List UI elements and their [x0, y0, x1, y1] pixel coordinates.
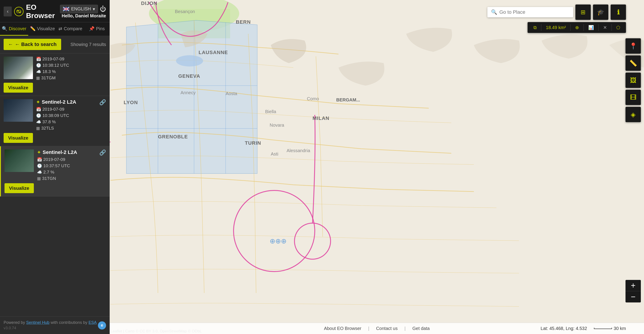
coordinates-bar: Lat: 45.468, Lng: 4.532 30 km [541, 323, 626, 334]
footer-credits: Powered by Sentinel Hub with contributio… [4, 320, 96, 325]
tab-visualize[interactable]: ✏️ Visualize [28, 22, 57, 36]
location-button[interactable]: 📍 [626, 38, 641, 54]
sentinel-hub-link[interactable]: Sentinel Hub [26, 320, 50, 325]
app-header: ‹ EO Browser [0, 0, 110, 22]
about-link[interactable]: About EO Browser [324, 326, 362, 331]
contact-link[interactable]: Contact us [376, 326, 398, 331]
sentinel-logo: e [98, 321, 106, 330]
language-label: ENGLISH [71, 6, 91, 11]
info-icon: ℹ [617, 8, 620, 16]
calendar-icon: 📅 [36, 107, 41, 112]
discover-icon: 🔍 [2, 26, 8, 31]
close-area-button[interactable]: ✕ [601, 24, 609, 31]
result-title: ✦ Sentinel-2 L2A [37, 150, 77, 155]
graduation-cap-icon: 🎓 [597, 9, 604, 16]
compare-icon: ⇄ [58, 26, 62, 31]
layers-button[interactable]: ⊞ [576, 4, 591, 20]
pins-icon: 📌 [89, 26, 94, 31]
result-date: 📅 2019-07-09 [37, 157, 106, 162]
crosshair-icon: ⊕ [575, 25, 579, 30]
back-to-search-button[interactable]: ← ← Back to search [4, 39, 61, 50]
esa-link[interactable]: ESA [88, 320, 96, 325]
timelapse-button[interactable]: 🎞 [626, 90, 641, 105]
cube-icon: ◈ [631, 111, 636, 118]
toolbar-divider [598, 24, 599, 31]
tab-discover[interactable]: 🔍 Discover [0, 22, 28, 36]
tab-compare[interactable]: ⇄ Compare [57, 22, 84, 36]
link-icon[interactable]: 🔗 [99, 99, 106, 106]
area-label: 18.49 km² [546, 25, 566, 30]
visualize-button[interactable]: Visualize [4, 183, 34, 193]
result-thumbnail [4, 150, 34, 172]
result-cloud: ☁️ 2.7 % [37, 170, 106, 175]
education-button[interactable]: 🎓 [593, 4, 608, 20]
top-toolbar: 🔍 ⊞ 🎓 ℹ [488, 4, 626, 20]
discover-label: Discover [9, 26, 26, 31]
calendar-icon: 📅 [37, 157, 42, 162]
toolbar-divider [584, 24, 584, 31]
clock-icon: 🕐 [36, 113, 41, 118]
language-button[interactable]: ENGLISH ▾ [60, 5, 98, 13]
back-button[interactable]: ‹ [4, 6, 12, 16]
result-date: 📅 2019-07-09 [36, 57, 106, 61]
image-icon: 🖼 [630, 77, 636, 84]
target-button[interactable]: ⊕ [573, 24, 581, 31]
compare-label: Compare [64, 26, 82, 31]
result-item: ✦ Sentinel-2 L2A 🔗 📅 2019-07-09 🕐 10:38:… [0, 96, 110, 146]
result-date: 📅 2019-07-09 [36, 107, 106, 112]
cloud-icon: ☁️ [36, 120, 41, 124]
result-thumbnail [4, 57, 33, 79]
link-icon[interactable]: 🔗 [99, 150, 106, 156]
chart-button[interactable]: 📊 [586, 24, 596, 31]
polygon-button[interactable]: ⬠ [614, 24, 622, 31]
tab-pins[interactable]: 📌 Pins [84, 22, 110, 36]
secondary-toolbar: ⧉ 18.49 km² ⊕ 📊 ✕ ⬠ [528, 22, 626, 33]
result-tile: ▦ 31TGM [36, 75, 106, 80]
toolbar-divider [570, 24, 571, 31]
3d-button[interactable]: ◈ [626, 107, 641, 122]
power-button[interactable]: ⏻ [100, 5, 106, 13]
satellite-icon: ✦ [36, 99, 40, 105]
back-arrow-icon: ← [8, 41, 13, 47]
result-time: 🕐 10:37:57 UTC [37, 164, 106, 168]
scale-label: 30 km [614, 326, 626, 331]
result-cloud: ☁️ 18.3 % [36, 69, 106, 74]
visualize-label: Visualize [37, 26, 55, 31]
result-tile: ▦ 31TGN [37, 176, 106, 181]
copy-area-button[interactable]: ⧉ [531, 24, 539, 31]
clock-icon: 🕐 [36, 63, 41, 68]
info-button[interactable]: ℹ [610, 4, 626, 20]
image-button[interactable]: 🖼 [626, 73, 641, 88]
result-cloud: ☁️ 37.8 % [36, 120, 106, 124]
toolbar-divider [541, 24, 541, 31]
result-tile: ▦ 32TLS [36, 126, 106, 131]
grid-icon: ▦ [36, 126, 40, 131]
grid-icon: ▦ [37, 176, 41, 181]
zoom-out-button[interactable]: − [626, 291, 641, 303]
measure-button[interactable]: 📏 [626, 55, 641, 71]
get-data-link[interactable]: Get data [412, 326, 430, 331]
layers-icon: ⊞ [580, 9, 586, 16]
scale-line [594, 328, 612, 329]
right-tools: 📍 📏 🖼 🎞 ◈ [626, 38, 641, 122]
visualize-button[interactable]: Visualize [4, 83, 33, 93]
zoom-in-button[interactable]: + [626, 280, 641, 291]
satellite-icon: ✦ [37, 150, 41, 155]
scale-bar: 30 km [594, 326, 626, 331]
zoom-controls: + − [626, 280, 641, 303]
result-item: 📅 2019-07-09 🕐 10:38:12 UTC ☁️ 18.3 % ▦ … [0, 53, 110, 96]
search-icon: 🔍 [491, 9, 497, 15]
language-chevron-icon: ▾ [93, 6, 95, 12]
greeting-text: Hello, Daniel Moraite [60, 13, 106, 18]
result-time: 🕐 10:38:09 UTC [36, 113, 106, 118]
place-search-bar: 🔍 [488, 7, 573, 17]
result-thumbnail [4, 99, 33, 122]
pins-label: Pins [96, 26, 105, 31]
place-search-input[interactable] [499, 9, 570, 15]
grid-icon: ▦ [36, 75, 40, 80]
result-time: 🕐 10:38:12 UTC [36, 63, 106, 68]
result-title: ✦ Sentinel-2 L2A [36, 99, 76, 105]
cloud-icon: ☁️ [37, 170, 42, 175]
area-measurement: 18.49 km² [544, 24, 568, 31]
visualize-button[interactable]: Visualize [4, 133, 33, 143]
